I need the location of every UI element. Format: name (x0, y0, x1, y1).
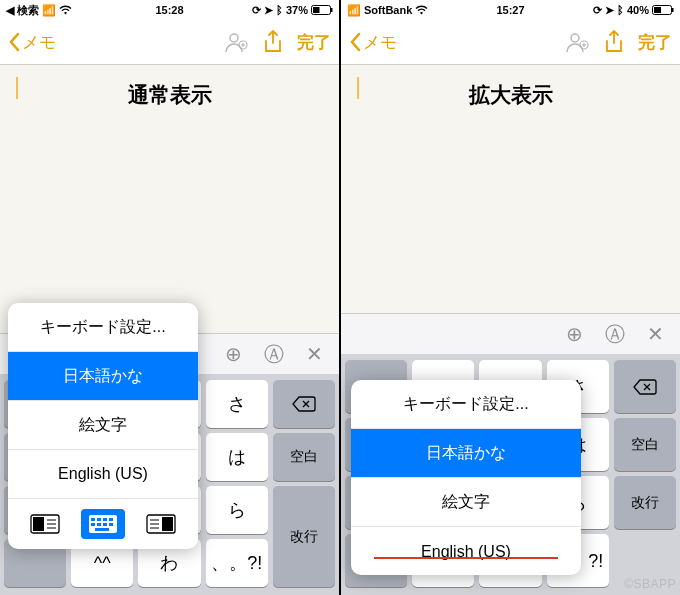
location-icon: ➤ (605, 4, 614, 17)
keyboard-switch-popup: キーボード設定... 日本語かな 絵文字 English (US) (8, 303, 198, 549)
bluetooth-icon: ᛒ (617, 4, 624, 16)
keyboard-layout-row (8, 498, 198, 549)
keyboard-english[interactable]: English (US) (8, 449, 198, 498)
svg-rect-14 (109, 518, 113, 521)
back-button[interactable]: メモ (349, 31, 397, 54)
svg-rect-18 (109, 523, 113, 526)
return-key[interactable]: 改行 (273, 486, 335, 587)
close-icon[interactable]: ✕ (306, 342, 323, 366)
done-button[interactable]: 完了 (297, 31, 331, 54)
key-sa[interactable]: さ (206, 380, 268, 428)
space-key[interactable]: 空白 (273, 433, 335, 481)
text-style-icon[interactable]: Ⓐ (605, 321, 625, 348)
back-label: メモ (22, 31, 56, 54)
keyboard-emoji[interactable]: 絵文字 (8, 400, 198, 449)
person-add-icon[interactable] (223, 29, 249, 55)
svg-rect-11 (91, 518, 95, 521)
keyboard-emoji[interactable]: 絵文字 (351, 477, 581, 526)
underline-annotation (374, 557, 558, 559)
layout-full-icon[interactable] (81, 509, 125, 539)
svg-rect-21 (162, 517, 173, 531)
svg-rect-26 (654, 7, 661, 13)
svg-rect-2 (331, 8, 333, 12)
keyboard-japanese[interactable]: 日本語かな (351, 428, 581, 477)
location-icon: ➤ (264, 4, 273, 17)
svg-rect-13 (103, 518, 107, 521)
status-bar: 📶 SoftBank 15:27 ⟳ ➤ ᛒ 40% (341, 0, 680, 20)
plus-icon[interactable]: ⊕ (225, 342, 242, 366)
plus-icon[interactable]: ⊕ (566, 322, 583, 346)
keyboard-settings[interactable]: キーボード設定... (351, 380, 581, 428)
key-punc[interactable]: 、。?! (206, 539, 268, 587)
signal-icon: 📶 (347, 4, 361, 17)
text-style-icon[interactable]: Ⓐ (264, 341, 284, 368)
carrier-prefix: 検索 (17, 3, 39, 18)
keyboard-settings[interactable]: キーボード設定... (8, 303, 198, 351)
share-icon[interactable] (263, 29, 283, 55)
svg-rect-12 (97, 518, 101, 521)
sync-icon: ⟳ (593, 4, 602, 17)
battery-percent: 40% (627, 4, 649, 16)
key-ra[interactable]: ら (206, 486, 268, 534)
svg-point-3 (230, 34, 238, 42)
wifi-icon (59, 5, 72, 15)
svg-rect-27 (672, 8, 674, 12)
nav-bar: メモ 完了 (0, 20, 339, 65)
close-icon[interactable]: ✕ (647, 322, 664, 346)
backspace-key[interactable] (614, 360, 676, 413)
svg-rect-16 (97, 523, 101, 526)
nav-bar: メモ 完了 (341, 20, 680, 65)
svg-rect-6 (33, 517, 44, 531)
done-button[interactable]: 完了 (638, 31, 672, 54)
text-cursor (357, 77, 359, 99)
layout-right-icon[interactable] (139, 509, 183, 539)
keyboard-japanese[interactable]: 日本語かな (8, 351, 198, 400)
svg-rect-19 (95, 528, 109, 531)
chevron-left-icon (8, 32, 20, 52)
back-button[interactable]: メモ (8, 31, 56, 54)
keyboard-english[interactable]: English (US) (351, 526, 581, 575)
chevron-left-icon (349, 32, 361, 52)
signal-icon: 📶 (42, 4, 56, 17)
wifi-icon (415, 5, 428, 15)
svg-point-28 (571, 34, 579, 42)
svg-rect-17 (103, 523, 107, 526)
sync-icon: ⟳ (252, 4, 261, 17)
carrier: SoftBank (364, 4, 412, 16)
svg-rect-15 (91, 523, 95, 526)
text-cursor (16, 77, 18, 99)
battery-percent: 37% (286, 4, 308, 16)
keyboard-toolbar: ⊕ Ⓐ ✕ (341, 313, 680, 354)
keyboard-switch-popup: キーボード設定... 日本語かな 絵文字 English (US) (351, 380, 581, 575)
layout-left-icon[interactable] (23, 509, 67, 539)
bluetooth-icon: ᛒ (276, 4, 283, 16)
back-arrow-icon: ◀ (6, 4, 14, 17)
backspace-key[interactable] (273, 380, 335, 428)
space-key[interactable]: 空白 (614, 418, 676, 471)
return-key[interactable]: 改行 (614, 476, 676, 529)
page-title: 通常表示 (16, 81, 323, 109)
person-add-icon[interactable] (564, 29, 590, 55)
battery-icon (652, 5, 674, 15)
svg-rect-1 (313, 7, 320, 13)
back-label: メモ (363, 31, 397, 54)
share-icon[interactable] (604, 29, 624, 55)
watermark: ©SBAPP (624, 577, 676, 591)
key-ha[interactable]: は (206, 433, 268, 481)
page-title: 拡大表示 (357, 81, 664, 109)
battery-icon (311, 5, 333, 15)
status-bar: ◀ 検索 📶 15:28 ⟳ ➤ ᛒ 37% (0, 0, 339, 20)
